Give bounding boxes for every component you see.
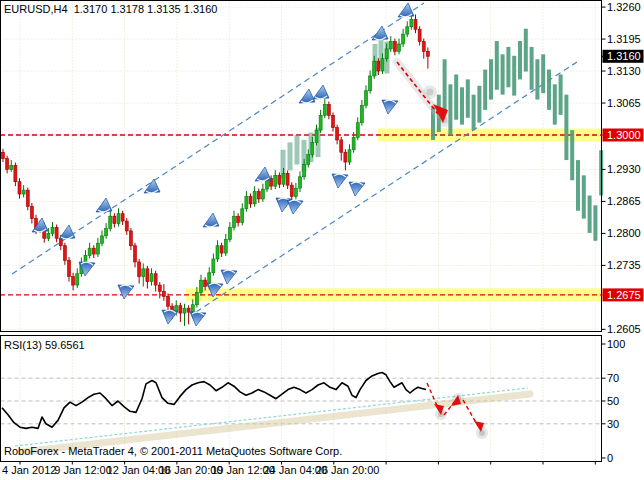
candle-body bbox=[253, 192, 256, 204]
candle-body bbox=[125, 221, 128, 231]
candle-body bbox=[360, 105, 363, 122]
candle-body bbox=[319, 115, 322, 130]
candle-body bbox=[261, 189, 264, 199]
chart-symbol-title: EURUSD,H4 1.3170 1.3178 1.3135 1.3160 bbox=[4, 3, 217, 15]
candle-body bbox=[373, 61, 376, 76]
support-level-marker-label: 1.2675 bbox=[607, 289, 641, 301]
forecast-bar bbox=[559, 74, 563, 114]
candle-body bbox=[426, 51, 429, 56]
price-pane-frame bbox=[1, 1, 602, 332]
price-axis-label: 1.3130 bbox=[607, 65, 641, 77]
forecast-bar bbox=[466, 79, 470, 117]
price-axis-label: 1.3065 bbox=[607, 97, 641, 109]
candle-body bbox=[414, 19, 417, 29]
candle-body bbox=[290, 185, 293, 196]
forecast-bar bbox=[553, 84, 557, 124]
candle-body bbox=[117, 214, 120, 224]
candle-body bbox=[162, 291, 165, 296]
candle-body bbox=[233, 216, 236, 227]
forecast-bar bbox=[593, 205, 597, 240]
candle-body bbox=[121, 214, 124, 221]
forecast-bar bbox=[576, 160, 580, 211]
candle-body bbox=[30, 206, 33, 218]
candle-body bbox=[146, 269, 149, 282]
candle-body bbox=[167, 296, 170, 306]
rsi-axis-label: 0 bbox=[607, 452, 613, 464]
candle-body bbox=[332, 115, 335, 127]
forecast-bar bbox=[454, 74, 458, 119]
candle-body bbox=[191, 305, 194, 312]
candle-body bbox=[303, 165, 306, 177]
forecast-bar bbox=[588, 196, 592, 233]
current-price-marker-label: 1.3160 bbox=[607, 50, 641, 62]
candle-body bbox=[249, 197, 252, 204]
candle-body bbox=[142, 269, 145, 277]
candle-body bbox=[158, 285, 161, 291]
candle-body bbox=[365, 91, 368, 106]
candle-body bbox=[282, 173, 285, 184]
forecast-bar bbox=[495, 41, 499, 90]
price-axis-label: 1.2930 bbox=[607, 163, 641, 175]
candle-body bbox=[286, 173, 289, 185]
rsi-line bbox=[2, 373, 426, 429]
candle-body bbox=[228, 227, 231, 239]
forecast-bar bbox=[506, 47, 510, 87]
candle-body bbox=[18, 182, 21, 194]
candle-body bbox=[2, 152, 5, 158]
candle-body bbox=[200, 280, 203, 292]
candle-body bbox=[6, 159, 9, 170]
forecast-overlay-bar bbox=[295, 135, 300, 165]
candle-body bbox=[422, 42, 425, 52]
forecast-bar bbox=[501, 54, 505, 94]
candle-body bbox=[134, 246, 137, 262]
price-axis-label: 1.2735 bbox=[607, 259, 641, 271]
forecast-bar bbox=[483, 70, 487, 110]
candle-body bbox=[278, 175, 281, 184]
candle-body bbox=[150, 274, 153, 282]
price-axis-label: 1.3195 bbox=[607, 33, 641, 45]
rsi-indicator-label: RSI(13) 59.6561 bbox=[4, 339, 85, 351]
mt4-chart-window: 1.32601.31951.31301.30651.29301.28651.28… bbox=[0, 0, 644, 480]
rsi-axis-label: 70 bbox=[607, 372, 619, 384]
forecast-bar bbox=[524, 29, 528, 72]
candle-body bbox=[307, 155, 310, 165]
forecast-bar bbox=[448, 84, 452, 135]
candle-body bbox=[129, 231, 132, 246]
candle-body bbox=[105, 228, 108, 235]
candle-body bbox=[352, 137, 355, 149]
forecast-bar bbox=[535, 59, 539, 99]
candle-body bbox=[410, 19, 413, 26]
candle-body bbox=[398, 44, 401, 51]
candle-body bbox=[72, 277, 75, 285]
candle-body bbox=[220, 246, 223, 253]
forecast-bar bbox=[472, 95, 476, 130]
candle-body bbox=[47, 233, 50, 238]
candle-body bbox=[109, 216, 112, 228]
candle-body bbox=[179, 306, 182, 313]
candle-body bbox=[356, 123, 359, 138]
candle-body bbox=[51, 227, 54, 233]
candle-body bbox=[92, 248, 95, 254]
candle-body bbox=[237, 216, 240, 222]
forecast-overlay-bar bbox=[288, 142, 293, 170]
time-axis-label: 9 Jan 12:00 bbox=[54, 464, 112, 476]
candle-body bbox=[55, 227, 58, 238]
candle-body bbox=[402, 34, 405, 44]
candle-body bbox=[204, 280, 207, 286]
price-axis-label: 1.2605 bbox=[607, 323, 641, 335]
candle-body bbox=[195, 292, 198, 304]
candle-body bbox=[183, 308, 186, 313]
forecast-bar bbox=[489, 59, 493, 99]
forecast-bar bbox=[477, 86, 481, 123]
upper-channel-trendline bbox=[12, 3, 424, 274]
rsi-axis-label: 50 bbox=[607, 395, 619, 407]
resistance-level-marker-label: 1.3000 bbox=[607, 129, 641, 141]
chart-canvas[interactable]: 1.32601.31951.31301.30651.29301.28651.28… bbox=[0, 0, 644, 480]
candle-body bbox=[216, 246, 219, 259]
candle-body bbox=[26, 190, 29, 206]
forecast-bar bbox=[570, 130, 574, 180]
candle-body bbox=[10, 166, 13, 170]
candle-body bbox=[101, 236, 104, 243]
candle-body bbox=[344, 152, 347, 162]
candle-body bbox=[340, 140, 343, 152]
